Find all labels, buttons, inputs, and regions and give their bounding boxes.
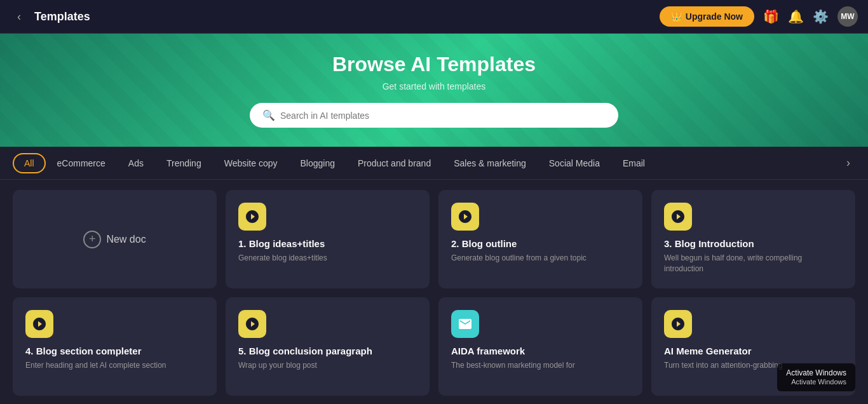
settings-icon[interactable]: ⚙️ [813,9,829,24]
template-card[interactable]: AIDA framework The best-known marketing … [438,297,642,396]
new-doc-label: New doc [106,234,146,245]
hero-banner: Browse AI Templates Get started with tem… [0,34,868,147]
template-description: Generate blog ideas+titles [238,253,417,264]
template-icon [664,310,692,338]
template-title: 4. Blog section completer [25,346,204,356]
template-icon [664,203,692,231]
tab-trending[interactable]: Trending [155,149,213,177]
avatar[interactable]: MW [837,6,858,27]
tab-product-brand[interactable]: Product and brand [346,149,442,177]
template-description: Wrap up your blog post [238,360,417,371]
template-icon [451,203,479,231]
search-input[interactable] [280,111,606,121]
bell-icon[interactable]: 🔔 [788,9,804,24]
template-description: The best-known marketing model for [451,360,630,371]
template-icon [451,310,479,338]
header-actions: 👑 Upgrade Now 🎁 🔔 ⚙️ MW [660,6,858,27]
tabs-scroll-right[interactable]: › [841,156,855,170]
template-description: Well begun is half done, write compellin… [664,253,843,274]
template-card[interactable]: 4. Blog section completer Enter heading … [13,297,217,396]
tab-sales-marketing[interactable]: Sales & marketing [442,149,538,177]
tab-blogging[interactable]: Blogging [288,149,346,177]
search-bar: 🔍 [250,103,618,128]
tab-email[interactable]: Email [611,149,656,177]
hero-title: Browse AI Templates [13,53,855,76]
template-card[interactable]: 2. Blog outline Generate blog outline fr… [438,190,642,288]
tab-social-media[interactable]: Social Media [538,149,611,177]
template-title: 2. Blog outline [451,238,630,249]
template-title: 3. Blog Introduction [664,238,843,249]
template-title: AI Meme Generator [664,346,843,356]
template-title: 1. Blog ideas+titles [238,238,417,249]
template-icon [238,310,266,338]
template-title: 5. Blog conclusion paragraph [238,346,417,356]
gift-icon[interactable]: 🎁 [763,9,779,24]
upgrade-button[interactable]: 👑 Upgrade Now [660,6,754,27]
template-card[interactable]: 1. Blog ideas+titles Generate blog ideas… [226,190,430,288]
template-icon [238,203,266,231]
template-card[interactable]: 3. Blog Introduction Well begun is half … [651,190,855,288]
tab-ecommerce[interactable]: eCommerce [46,149,117,177]
tab-ads[interactable]: Ads [117,149,155,177]
templates-grid: + New doc 1. Blog ideas+titles Generate … [0,180,868,404]
page-title: Templates [34,10,90,24]
header: ‹ Templates 👑 Upgrade Now 🎁 🔔 ⚙️ MW [0,0,868,34]
search-icon: 🔍 [262,109,275,121]
template-card[interactable]: 5. Blog conclusion paragraph Wrap up you… [226,297,430,396]
new-doc-card[interactable]: + New doc [13,190,217,288]
windows-watermark: Activate Windows Activate Windows [777,363,855,391]
plus-icon: + [83,231,101,248]
back-button[interactable]: ‹ [10,8,28,25]
template-title: AIDA framework [451,346,630,356]
template-description: Generate blog outline from a given topic [451,253,630,264]
crown-icon: 👑 [671,11,682,22]
hero-subtitle: Get started with templates [13,81,855,91]
template-description: Enter heading and let AI complete sectio… [25,360,204,371]
tab-website-copy[interactable]: Website copy [213,149,289,177]
tab-all[interactable]: All [13,153,46,173]
category-tabs: All eCommerce Ads Trending Website copy … [0,147,868,180]
template-icon [25,310,53,338]
